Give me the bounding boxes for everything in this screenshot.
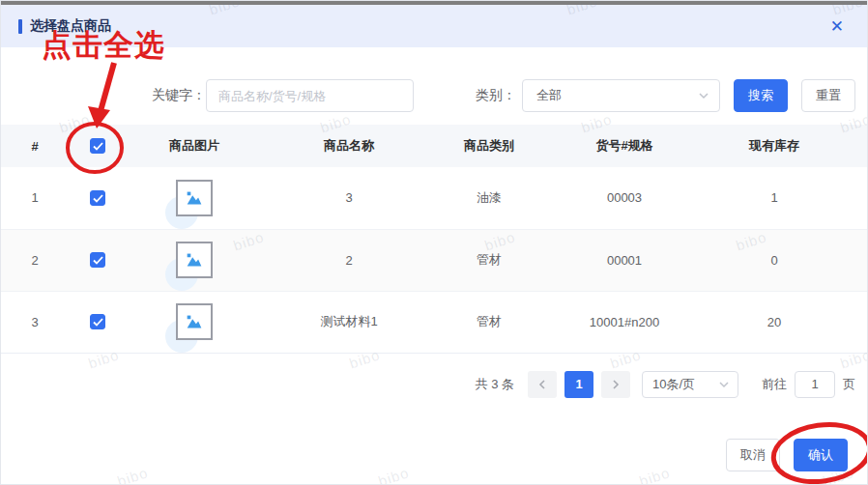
- page-number-button[interactable]: 1: [564, 371, 593, 398]
- row-sku: 00001: [542, 229, 707, 291]
- header-select-all: [69, 125, 127, 167]
- cancel-button[interactable]: 取消: [726, 439, 780, 471]
- picture-icon: [184, 249, 205, 271]
- search-button[interactable]: 搜索: [734, 79, 788, 112]
- row-category: 油漆: [436, 167, 542, 229]
- dialog-title: 选择盘点商品: [30, 17, 111, 35]
- goto-label: 前往: [762, 376, 787, 393]
- select-stocktake-products-dialog: 选择盘点商品 ✕ 关键字： 类别： 全部 搜索 重置 #: [0, 0, 868, 485]
- dialog-header: 选择盘点商品 ✕: [1, 5, 867, 47]
- table-header-row: # 商品图片 商品名称 商品类别 货号#规格 现有库存: [1, 125, 868, 167]
- table-row: 2 2 管材 00001 0: [1, 229, 868, 291]
- prev-page-button[interactable]: [528, 371, 557, 398]
- row-stock: 0: [707, 229, 842, 291]
- next-page-button[interactable]: [601, 371, 630, 398]
- header-spacer: [842, 125, 868, 167]
- pagination-bar: 共 3 条 1 10条/页 前往 页: [1, 371, 867, 398]
- keyword-label: 关键字：: [136, 87, 206, 104]
- row-stock: 1: [707, 167, 842, 229]
- header-stock: 现有库存: [707, 125, 842, 167]
- header-index: #: [1, 125, 69, 167]
- row-category: 管材: [436, 229, 542, 291]
- products-table: # 商品图片 商品名称 商品类别 货号#规格 现有库存 1: [1, 125, 868, 354]
- dialog-title-wrap: 选择盘点商品: [18, 17, 111, 35]
- row-sku: 10001#n200: [542, 291, 707, 353]
- row-sku: 00003: [542, 167, 707, 229]
- header-category: 商品类别: [436, 125, 542, 167]
- header-name: 商品名称: [262, 125, 436, 167]
- row-checkbox[interactable]: [90, 252, 105, 268]
- goto-page-input[interactable]: [795, 371, 835, 398]
- row-category: 管材: [436, 291, 542, 353]
- product-image-placeholder: [176, 180, 213, 216]
- product-image-placeholder: [176, 303, 213, 340]
- row-checkbox[interactable]: [90, 314, 105, 329]
- picture-icon: [184, 311, 205, 332]
- chevron-down-icon: [718, 379, 730, 390]
- reset-button[interactable]: 重置: [801, 79, 855, 112]
- dialog-footer: 取消 确认: [1, 439, 867, 471]
- close-icon[interactable]: ✕: [823, 14, 852, 39]
- product-image-placeholder: [176, 242, 213, 278]
- category-select[interactable]: 全部: [522, 79, 720, 112]
- row-index: 3: [1, 291, 69, 353]
- category-label: 类别：: [464, 87, 516, 104]
- chevron-left-icon: [536, 379, 548, 390]
- keyword-input[interactable]: [206, 79, 414, 112]
- header-sku: 货号#规格: [542, 125, 707, 167]
- confirm-button[interactable]: 确认: [794, 439, 848, 471]
- row-checkbox[interactable]: [90, 190, 105, 206]
- select-all-checkbox[interactable]: [90, 138, 105, 154]
- table-row: 3 测试材料1 管材 10001#n200: [1, 291, 868, 353]
- category-select-value: 全部: [536, 87, 562, 104]
- row-name: 2: [262, 229, 436, 291]
- filter-bar: 关键字： 类别： 全部 搜索 重置: [1, 78, 867, 113]
- row-name: 3: [262, 167, 436, 229]
- row-index: 2: [1, 229, 69, 291]
- page-size-value: 10条/页: [652, 376, 695, 393]
- row-stock: 20: [707, 291, 842, 353]
- page-size-select[interactable]: 10条/页: [642, 371, 738, 398]
- picture-icon: [184, 187, 205, 209]
- pagination-total: 共 3 条: [476, 376, 514, 393]
- table-row: 1 3 油漆 00003 1: [1, 167, 868, 229]
- row-index: 1: [1, 167, 69, 229]
- goto-suffix: 页: [843, 376, 855, 393]
- title-accent-bar: [18, 19, 22, 34]
- chevron-right-icon: [610, 379, 622, 390]
- chevron-down-icon: [698, 90, 709, 101]
- row-name: 测试材料1: [262, 291, 436, 353]
- header-image: 商品图片: [127, 125, 262, 167]
